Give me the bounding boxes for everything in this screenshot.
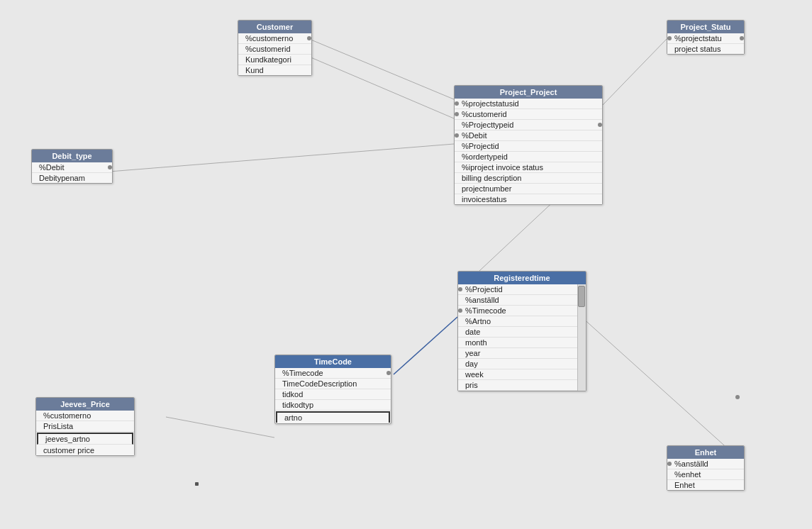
en-field-3: Enhet — [667, 480, 744, 490]
rt-field-3: %Timecode — [458, 306, 586, 316]
customer-field-2: %customerid — [238, 44, 311, 55]
customer-table: Customer %customerno %customerid Kundkat… — [238, 20, 312, 76]
rt-field-7: year — [458, 348, 586, 359]
pp-field-3: %Projecttypeid — [455, 120, 602, 130]
svg-line-2 — [601, 39, 667, 106]
timecode-header: TimeCode — [275, 355, 391, 368]
svg-line-3 — [109, 144, 454, 172]
en-field-2: %enhet — [667, 469, 744, 480]
registeredtime-scrollbar[interactable] — [577, 284, 586, 391]
customer-field-3: Kundkategori — [238, 55, 311, 65]
customer-field-4: Kund — [238, 65, 311, 75]
svg-line-1 — [309, 39, 454, 99]
jp-field-4: customer price — [36, 445, 134, 455]
rt-field-2: %anställd — [458, 295, 586, 306]
ps-field-2: project status — [667, 44, 744, 54]
jeeves-price-table: Jeeves_Price %customerno PrisLista jeeve… — [35, 397, 135, 456]
svg-line-0 — [309, 57, 454, 118]
project-status-table: Project_Statu %projectstatu project stat… — [667, 20, 745, 55]
rt-field-1: %Projectid — [458, 284, 586, 295]
rt-field-9: week — [458, 369, 586, 380]
pp-field-8: billing description — [455, 173, 602, 184]
tc-field-1: %Timecode — [275, 368, 391, 379]
enhet-header: Enhet — [667, 446, 744, 459]
tc-field-3: tidkod — [275, 389, 391, 400]
tc-field-5: artno — [276, 411, 390, 423]
svg-point-8 — [735, 395, 740, 399]
tc-field-4: tidkodtyp — [275, 400, 391, 411]
svg-line-6 — [166, 417, 274, 438]
tc-field-2: TimeCodeDescription — [275, 379, 391, 389]
enhet-table: Enhet %anställd %enhet Enhet — [667, 445, 745, 491]
pp-field-4: %Debit — [455, 130, 602, 141]
dt-field-1: %Debit — [32, 162, 112, 173]
timecode-table: TimeCode %Timecode TimeCodeDescription t… — [274, 355, 391, 424]
customer-table-header: Customer — [238, 21, 311, 33]
svg-line-5 — [394, 317, 457, 374]
pp-field-9: projectnumber — [455, 184, 602, 194]
marker-dot — [195, 482, 199, 486]
pp-field-2: %customerid — [455, 109, 602, 120]
pp-field-6: %ordertypeid — [455, 152, 602, 162]
svg-line-7 — [582, 317, 738, 457]
project-project-table: Project_Project %projectstatusid %custom… — [454, 85, 603, 205]
project-project-header: Project_Project — [455, 86, 602, 99]
rt-field-4: %Artno — [458, 316, 586, 327]
en-field-1: %anställd — [667, 459, 744, 469]
debit-type-header: Debit_type — [32, 150, 112, 162]
customer-field-1: %customerno — [238, 33, 311, 44]
rt-field-6: month — [458, 338, 586, 348]
jp-field-3: jeeves_artno — [37, 433, 133, 445]
jeeves-price-header: Jeeves_Price — [36, 398, 134, 411]
registeredtime-header: Registeredtime — [458, 272, 586, 284]
pp-field-7: %iproject invoice status — [455, 162, 602, 173]
rt-field-10: pris — [458, 380, 586, 391]
rt-field-8: day — [458, 359, 586, 369]
debit-type-table: Debit_type %Debit Debitypenam — [31, 149, 113, 184]
dt-field-2: Debitypenam — [32, 173, 112, 183]
pp-field-10: invoicestatus — [455, 194, 602, 204]
jp-field-1: %customerno — [36, 411, 134, 421]
pp-field-1: %projectstatusid — [455, 99, 602, 109]
ps-field-1: %projectstatu — [667, 33, 744, 44]
registeredtime-table: Registeredtime %Projectid %anställd %Tim… — [457, 271, 586, 391]
project-status-header: Project_Statu — [667, 21, 744, 33]
jp-field-2: PrisLista — [36, 421, 134, 432]
rt-field-5: date — [458, 327, 586, 338]
pp-field-5: %Projectid — [455, 141, 602, 152]
